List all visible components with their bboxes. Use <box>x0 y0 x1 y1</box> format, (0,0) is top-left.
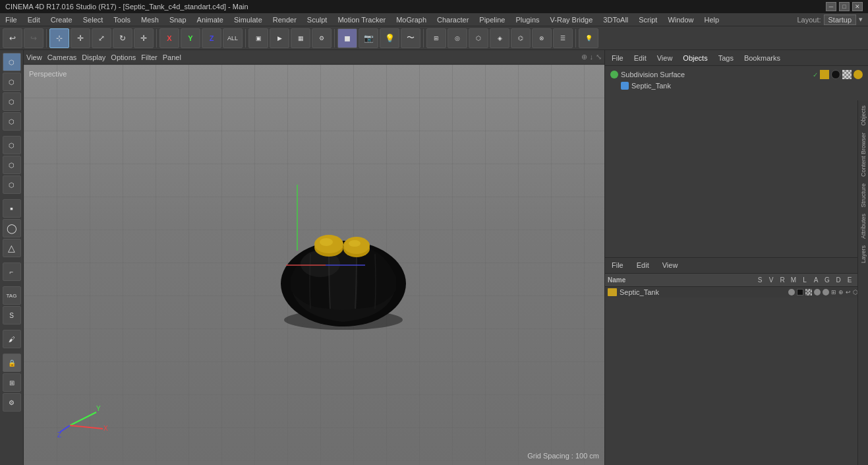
layout-dropdown[interactable]: Startup <box>824 15 856 25</box>
camera-button[interactable]: 📷 <box>359 28 378 48</box>
menu-help[interactable]: Help <box>699 15 725 25</box>
snap-workplane-button[interactable]: ⬡ <box>469 28 488 48</box>
maximize-button[interactable]: □ <box>839 2 850 11</box>
render-settings-button[interactable]: ⚙ <box>312 28 332 48</box>
tab-objects[interactable]: Objects <box>859 103 868 129</box>
snap-extra-button[interactable]: ⌬ <box>511 28 531 48</box>
color-swatch-yellow[interactable] <box>820 70 829 79</box>
move-tool-button[interactable]: ✛ <box>71 28 90 48</box>
objects-tab-bookmarks[interactable]: Bookmarks <box>740 53 784 63</box>
obj-sphere-button[interactable]: ◯ <box>3 219 21 237</box>
objects-tab-file[interactable]: File <box>608 53 627 63</box>
snap-vertex-button[interactable]: ◈ <box>490 28 509 48</box>
tab-content-browser[interactable]: Content Browser <box>859 130 868 179</box>
checker-icon[interactable] <box>842 70 852 79</box>
viewport-maximize-icon[interactable]: ⤡ <box>596 53 602 61</box>
menu-3dtoall[interactable]: 3DToAll <box>598 15 633 25</box>
rotate-tool-button[interactable]: ↻ <box>113 28 132 48</box>
scale-tool-button[interactable]: ⤢ <box>92 28 111 48</box>
manager-row-septic[interactable]: Septic_Tank ⊞ ⊕ ↩ ⬡ ☰ <box>605 287 868 297</box>
manager-tab-edit[interactable]: Edit <box>633 260 653 270</box>
obj-cone-button[interactable]: △ <box>3 239 21 257</box>
dot-icon[interactable] <box>854 70 863 79</box>
spline-button[interactable]: 〜 <box>401 28 420 48</box>
menu-window[interactable]: Window <box>662 15 699 25</box>
menu-motion-tracker[interactable]: Motion Tracker <box>332 15 391 25</box>
select-tool-button[interactable]: ⊹ <box>49 28 69 48</box>
menu-simulate[interactable]: Simulate <box>229 15 268 25</box>
tab-layers[interactable]: Layers <box>859 243 868 266</box>
tool-2-button[interactable]: ⬡ <box>3 156 21 174</box>
flag-icon-2[interactable]: ⊕ <box>838 289 844 295</box>
viewport-menu-display[interactable]: Display <box>82 53 105 61</box>
menu-mograph[interactable]: MoGraph <box>391 15 432 25</box>
menu-pipeline[interactable]: Pipeline <box>474 15 510 25</box>
all-axes-button[interactable]: ALL <box>223 28 243 48</box>
layout-chevron-icon[interactable]: ▾ <box>859 15 863 24</box>
objects-tab-tags[interactable]: Tags <box>714 53 738 63</box>
viewport-menu-panel[interactable]: Panel <box>163 53 181 61</box>
viewport-menu-options[interactable]: Options <box>111 53 136 61</box>
flag-icon-1[interactable]: ⊞ <box>831 289 836 295</box>
deform-button[interactable]: ⌐ <box>3 263 21 281</box>
tool-1-button[interactable]: ⬡ <box>3 136 21 154</box>
menu-plugins[interactable]: Plugins <box>510 15 544 25</box>
objects-tab-view[interactable]: View <box>653 53 677 63</box>
axis-x-button[interactable]: X <box>159 28 179 48</box>
display-button[interactable]: 💡 <box>579 28 598 48</box>
mode-edges-button[interactable]: ⬡ <box>3 73 21 91</box>
objects-tab-edit[interactable]: Edit <box>630 53 651 63</box>
mode-points-button[interactable]: ⬡ <box>3 53 21 71</box>
flag-sq-checker[interactable] <box>805 289 812 295</box>
snap-obj-button[interactable]: ◎ <box>448 28 467 48</box>
flag-icon-3[interactable]: ↩ <box>846 289 851 295</box>
menu-file[interactable]: File <box>0 15 22 25</box>
menu-select[interactable]: Select <box>78 15 109 25</box>
axis-z-button[interactable]: Z <box>202 28 221 48</box>
snap-settings-button[interactable]: ☰ <box>553 28 573 48</box>
menu-create[interactable]: Create <box>45 15 78 25</box>
paint-button[interactable]: 🖌 <box>3 330 21 348</box>
menu-sculpt[interactable]: Sculpt <box>302 15 333 25</box>
menu-animate[interactable]: Animate <box>192 15 229 25</box>
menu-character[interactable]: Character <box>432 15 474 25</box>
tab-structure[interactable]: Structure <box>859 181 868 210</box>
obj-cube-button[interactable]: ▪ <box>3 199 21 218</box>
tool-3-button[interactable]: ⬡ <box>3 175 21 194</box>
menu-vray[interactable]: V-Ray Bridge <box>545 15 598 25</box>
manager-tab-file[interactable]: File <box>608 260 627 270</box>
color-swatch-black[interactable] <box>831 70 840 79</box>
render-region-button[interactable]: ▣ <box>248 28 268 48</box>
flag-dot-grey[interactable] <box>788 289 795 295</box>
cube-button[interactable]: ◼ <box>337 28 357 48</box>
menu-tools[interactable]: Tools <box>108 15 136 25</box>
grid-button[interactable]: ⊞ <box>3 373 21 392</box>
menu-edit[interactable]: Edit <box>22 15 45 25</box>
minimize-button[interactable]: ─ <box>826 2 836 11</box>
axis-y-button[interactable]: Y <box>181 28 200 48</box>
viewport[interactable]: Y X Z Perspective Grid Spacing : 100 cm <box>24 65 604 465</box>
menu-mesh[interactable]: Mesh <box>136 15 164 25</box>
viewport-menu-filter[interactable]: Filter <box>141 53 157 61</box>
light-button[interactable]: 💡 <box>380 28 399 48</box>
tag-button[interactable]: TAG <box>3 286 21 305</box>
flag-dot-2[interactable] <box>814 289 821 295</box>
object-row-septic-tank[interactable]: Septic_Tank <box>608 80 865 91</box>
mode-polygons-button[interactable]: ⬡ <box>3 92 21 111</box>
render-active-button[interactable]: ▶ <box>270 28 289 48</box>
object-row-subdivision[interactable]: Subdivision Surface ✓ <box>608 69 865 80</box>
flag-sq-black[interactable] <box>797 289 803 295</box>
objects-tab-objects[interactable]: Objects <box>679 53 711 63</box>
menu-script[interactable]: Script <box>633 15 662 25</box>
snap-special-button[interactable]: ⊗ <box>532 28 552 48</box>
close-button[interactable]: ✕ <box>852 2 863 11</box>
tab-attributes[interactable]: Attributes <box>859 211 868 241</box>
menu-snap[interactable]: Snap <box>164 15 192 25</box>
menu-render[interactable]: Render <box>268 15 302 25</box>
redo-button[interactable]: ↪ <box>24 28 43 48</box>
manager-tab-view[interactable]: View <box>658 260 682 270</box>
lock-button[interactable]: 🔒 <box>3 354 21 372</box>
material-button[interactable]: S <box>3 306 21 325</box>
transform-tool-button[interactable]: ✛ <box>134 28 154 48</box>
filter-button[interactable]: ⚙ <box>3 393 21 412</box>
